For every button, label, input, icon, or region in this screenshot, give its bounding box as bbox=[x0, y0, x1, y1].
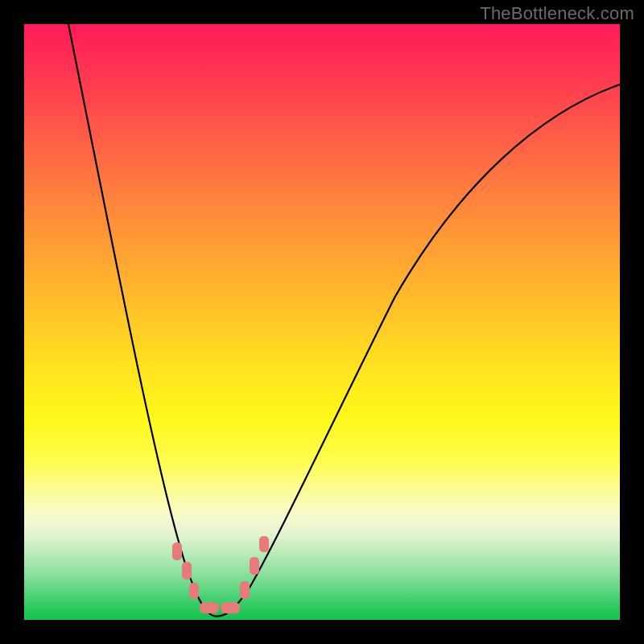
chart-svg bbox=[24, 24, 620, 620]
bottleneck-curve bbox=[68, 24, 620, 617]
data-marker bbox=[200, 602, 219, 613]
data-marker bbox=[240, 581, 250, 599]
plot-area bbox=[24, 24, 620, 620]
data-marker bbox=[250, 557, 259, 575]
chart-frame: TheBottleneck.com bbox=[0, 0, 644, 644]
data-marker bbox=[221, 602, 240, 613]
markers-group bbox=[172, 536, 269, 613]
data-marker bbox=[182, 562, 192, 580]
data-marker bbox=[172, 543, 182, 560]
data-marker bbox=[259, 536, 269, 552]
data-marker bbox=[189, 583, 199, 599]
watermark-text: TheBottleneck.com bbox=[480, 3, 634, 24]
